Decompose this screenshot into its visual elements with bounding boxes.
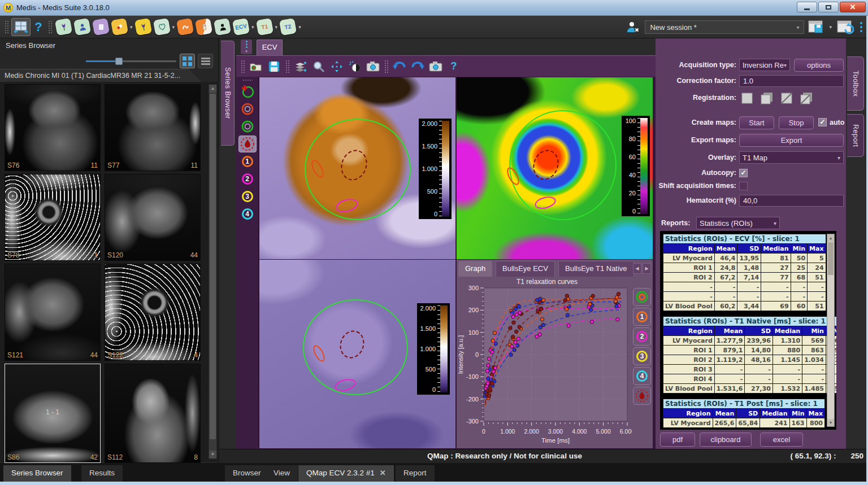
series-thumbnail[interactable]: S12044 — [105, 174, 201, 261]
registration-affine-stack-button[interactable] — [799, 91, 814, 105]
layers-button[interactable] — [293, 59, 309, 74]
graph-roi-1-button[interactable]: 1 — [633, 308, 651, 326]
t2-app-button[interactable]: T2 — [279, 18, 297, 36]
qflow4d-app-button[interactable] — [111, 18, 128, 36]
qflow-app-button[interactable] — [176, 18, 194, 36]
tab-scroll-right-icon[interactable]: ▶ — [643, 263, 651, 274]
graph-roi-4-button[interactable]: 4 — [633, 367, 651, 385]
qangio-app-button[interactable] — [73, 18, 91, 36]
stats-scrollbar[interactable]: ▲ ▼ — [827, 234, 835, 427]
roi-2-button[interactable]: 2 — [238, 171, 257, 187]
blood-pool-tool-button[interactable] — [238, 136, 257, 152]
epi-contour-button[interactable] — [238, 118, 257, 135]
zoom-button[interactable] — [311, 59, 327, 74]
qmass-app-button[interactable] — [55, 18, 72, 36]
add-contour-button[interactable] — [238, 83, 257, 100]
snapshot-button[interactable] — [365, 59, 381, 74]
graph-roi-3-button[interactable]: 3 — [633, 347, 651, 365]
reports-select[interactable]: Statistics (ROIs)▾ — [696, 217, 780, 229]
open-button[interactable] — [248, 59, 264, 74]
tab-view[interactable]: View — [266, 465, 298, 482]
scrollbar-thumb[interactable] — [828, 242, 834, 275]
roi-4-button[interactable]: 4 — [238, 206, 257, 222]
scroll-down-icon[interactable]: ▼ — [827, 419, 834, 426]
registration-affine-button[interactable] — [780, 91, 795, 105]
tab-report-side[interactable]: Report — [847, 114, 864, 157]
maximize-button[interactable] — [818, 2, 839, 12]
ecv-dropdown-arrow[interactable]: ▾ — [251, 24, 254, 30]
tab-bullseye-t1-native[interactable]: BullsEye T1 Native — [558, 261, 634, 277]
registration-none-button[interactable] — [740, 91, 756, 105]
restore-layout-icon[interactable] — [837, 20, 854, 34]
graph-roi-2-button[interactable]: 2 — [633, 327, 651, 346]
pdf-button[interactable]: pdf — [660, 432, 695, 447]
qstrain-app-button[interactable] — [92, 18, 110, 36]
export-button[interactable]: Export — [739, 134, 844, 147]
viewer-help-button[interactable]: ? — [446, 59, 462, 74]
thumbnail-scrollbar[interactable]: ▲ ▼ — [209, 84, 217, 459]
delete-user-icon[interactable] — [625, 20, 641, 34]
tab-toolbox[interactable]: Toolbox — [847, 56, 864, 111]
correction-factor-field[interactable]: 1.0 — [739, 75, 844, 87]
list-view-button[interactable] — [198, 54, 213, 68]
series-thumbnail[interactable]: S1128 — [105, 364, 201, 463]
series-thumbnail[interactable]: S86421 - 1 — [5, 364, 101, 463]
roi-3-button[interactable]: 3 — [238, 188, 257, 205]
redo-button[interactable] — [410, 59, 426, 74]
window-level-button[interactable] — [347, 59, 363, 74]
ecv-map-viewport[interactable]: 100806040200 — [457, 77, 653, 259]
t1-dropdown-arrow[interactable]: ▾ — [275, 24, 278, 30]
clipboard-button[interactable]: clipboard — [700, 432, 752, 447]
series-thumbnail[interactable]: S7611 — [5, 84, 101, 171]
tab-series-browser[interactable]: Series Browser — [3, 465, 71, 482]
tab-report[interactable]: Report — [396, 465, 435, 482]
save-button[interactable] — [266, 59, 282, 74]
options-button[interactable]: options — [794, 59, 844, 72]
shift-acquisition-checkbox[interactable] — [739, 182, 748, 190]
save-session-icon[interactable] — [808, 20, 824, 34]
scroll-up-icon[interactable]: ▲ — [827, 234, 834, 242]
endo-contour-button[interactable] — [238, 101, 257, 117]
close-button[interactable]: ✕ — [840, 2, 866, 12]
qflow4d-dropdown-arrow[interactable]: ▾ — [130, 24, 133, 30]
hematocrit-field[interactable]: 40,0 — [739, 195, 844, 207]
series-thumbnail[interactable]: S7711 — [105, 84, 201, 171]
series-thumbnail[interactable]: S781 — [5, 174, 101, 261]
t2-dropdown-arrow[interactable]: ▾ — [298, 24, 301, 30]
patient-tab[interactable]: Medis Chronic MI 01 (T1) CardiacMR36 MR … — [0, 69, 201, 82]
save-session-dropdown-arrow[interactable]: ▾ — [829, 24, 832, 30]
epi-contour-overlay[interactable] — [509, 110, 617, 220]
registration-stack-button[interactable] — [760, 91, 775, 105]
help-button[interactable]: ? — [31, 20, 46, 34]
auto-checkbox[interactable]: ✓ — [818, 118, 827, 126]
qmass-legacy-app-button[interactable] — [134, 18, 151, 36]
viewer-layout-button[interactable] — [11, 18, 31, 36]
grid-view-button[interactable] — [180, 54, 195, 68]
scroll-down-icon[interactable]: ▼ — [209, 451, 216, 458]
stop-button[interactable]: Stop — [779, 116, 814, 129]
user-app-button[interactable] — [214, 18, 231, 36]
ecv-app-button[interactable]: ECV — [232, 18, 250, 36]
start-button[interactable]: Start — [739, 116, 774, 129]
series-thumbnail[interactable]: S1224 — [105, 264, 201, 361]
scrollbar-thumb[interactable] — [210, 94, 216, 439]
overlay-select[interactable]: T1 Map▾ — [739, 151, 844, 164]
minimize-button[interactable] — [797, 2, 817, 12]
pan-button[interactable] — [329, 59, 345, 74]
t1-app-button[interactable]: T1 — [255, 18, 273, 36]
session-select[interactable]: New session * ▾ — [645, 20, 804, 34]
camera-button[interactable] — [428, 59, 444, 74]
graph-contours-button[interactable] — [633, 288, 651, 306]
acquisition-type-select[interactable]: Inversion Re▾ — [739, 59, 790, 71]
tab-results[interactable]: Results — [81, 465, 123, 482]
thumbnail-size-slider[interactable] — [86, 60, 176, 62]
slider-handle[interactable] — [115, 58, 123, 65]
graph-blood-pool-button[interactable] — [633, 387, 651, 405]
menu-dots-icon[interactable] — [858, 22, 865, 32]
tab-browser[interactable]: Browser — [225, 465, 269, 482]
roi-1-button[interactable]: 1 — [238, 153, 257, 170]
series-thumbnail[interactable]: S12144 — [5, 264, 101, 361]
tab-scroll-left-icon[interactable]: ◀ — [633, 263, 641, 274]
excel-button[interactable]: excel — [760, 432, 803, 447]
scroll-up-icon[interactable]: ▲ — [209, 85, 216, 93]
